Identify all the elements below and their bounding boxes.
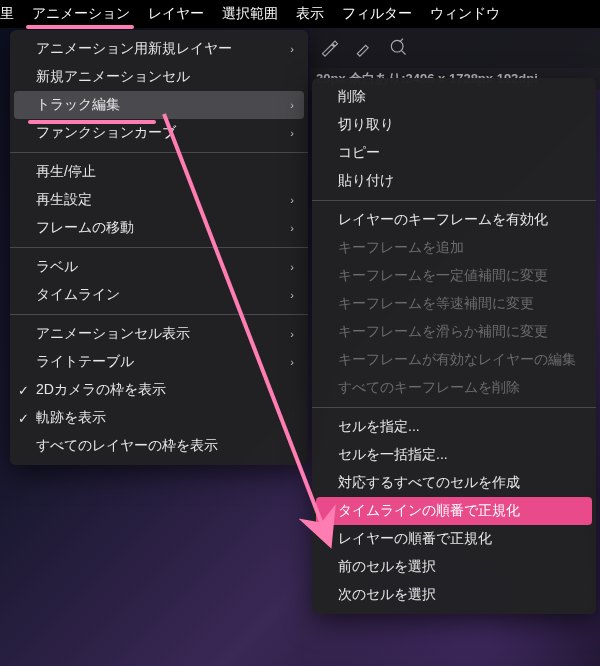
left-menu-item[interactable]: フレームの移動› xyxy=(10,214,308,242)
right-menu-item: キーフレームを等速補間に変更 xyxy=(312,290,596,318)
chevron-right-icon: › xyxy=(290,194,294,206)
right-menu-item: キーフレームを滑らか補間に変更 xyxy=(312,318,596,346)
chevron-right-icon: › xyxy=(290,261,294,273)
right-menu-item[interactable]: レイヤーのキーフレームを有効化 xyxy=(312,206,596,234)
menu-item-label: タイムラインの順番で正規化 xyxy=(338,502,520,520)
left-menu-item[interactable]: トラック編集› xyxy=(14,91,304,119)
tool-icon[interactable] xyxy=(354,37,374,60)
left-menu-item[interactable]: 再生/停止 xyxy=(10,158,308,186)
menu-item-label: アニメーション用新規レイヤー xyxy=(36,40,232,58)
menu-item-label: 貼り付け xyxy=(338,172,394,190)
left-menu-item[interactable]: アニメーションセル表示› xyxy=(10,320,308,348)
menubar: 里 アニメーション レイヤー 選択範囲 表示 フィルター ウィンドウ xyxy=(0,0,600,28)
menu-item-label: レイヤーの順番で正規化 xyxy=(338,530,492,548)
right-menu-item[interactable]: セルを一括指定... xyxy=(312,441,596,469)
menu-item-label: 軌跡を表示 xyxy=(36,409,106,427)
menu-item-label: キーフレームを滑らか補間に変更 xyxy=(338,323,548,341)
right-menu-item[interactable]: コピー xyxy=(312,139,596,167)
right-menu-item[interactable]: レイヤーの順番で正規化 xyxy=(312,525,596,553)
separator xyxy=(312,200,596,201)
right-menu-item[interactable]: 削除 xyxy=(312,83,596,111)
tool-icon[interactable] xyxy=(320,37,340,60)
svg-point-0 xyxy=(391,40,403,52)
separator xyxy=(10,314,308,315)
menu-item-label: 前のセルを選択 xyxy=(338,558,436,576)
menu-item-label: 次のセルを選択 xyxy=(338,586,436,604)
chevron-right-icon: › xyxy=(290,328,294,340)
tool-icon[interactable] xyxy=(388,37,408,60)
annotation-underline-menubar xyxy=(26,25,134,29)
right-menu-item[interactable]: タイムラインの順番で正規化 xyxy=(316,497,592,525)
right-menu-item[interactable]: 貼り付け xyxy=(312,167,596,195)
left-menu-item[interactable]: 再生設定› xyxy=(10,186,308,214)
menu-item-label: 再生設定 xyxy=(36,191,92,209)
menu-item-label: ラベル xyxy=(36,258,78,276)
chevron-right-icon: › xyxy=(290,43,294,55)
right-menu-item[interactable]: セルを指定... xyxy=(312,413,596,441)
menu-item-label: キーフレームを等速補間に変更 xyxy=(338,295,534,313)
left-menu-item[interactable]: ライトテーブル› xyxy=(10,348,308,376)
menubar-item-animation[interactable]: アニメーション xyxy=(32,5,130,23)
left-menu-item[interactable]: 新規アニメーションセル xyxy=(10,63,308,91)
menu-item-label: タイムライン xyxy=(36,286,120,304)
chevron-right-icon: › xyxy=(290,222,294,234)
menu-item-label: 削除 xyxy=(338,88,366,106)
chevron-right-icon: › xyxy=(290,356,294,368)
menubar-item-view[interactable]: 表示 xyxy=(296,5,324,23)
menu-item-label: ファンクションカーブ xyxy=(36,124,176,142)
menubar-item-layer[interactable]: レイヤー xyxy=(148,5,204,23)
menu-item-label: ライトテーブル xyxy=(36,353,134,371)
left-menu-item[interactable]: ラベル› xyxy=(10,253,308,281)
menu-item-label: 2Dカメラの枠を表示 xyxy=(36,381,166,399)
menu-item-label: キーフレームが有効なレイヤーの編集 xyxy=(338,351,576,369)
chevron-right-icon: › xyxy=(290,99,294,111)
menu-item-label: キーフレームを一定値補間に変更 xyxy=(338,267,548,285)
right-menu-item: すべてのキーフレームを削除 xyxy=(312,374,596,402)
menubar-item-truncated[interactable]: 里 xyxy=(0,5,14,23)
menu-item-label: コピー xyxy=(338,144,380,162)
menu-item-label: キーフレームを追加 xyxy=(338,239,464,257)
menu-item-label: セルを一括指定... xyxy=(338,446,448,464)
chevron-right-icon: › xyxy=(290,289,294,301)
right-menu-item[interactable]: 対応するすべてのセルを作成 xyxy=(312,469,596,497)
menubar-item-window[interactable]: ウィンドウ xyxy=(430,5,500,23)
separator xyxy=(312,407,596,408)
left-menu-item[interactable]: すべてのレイヤーの枠を表示 xyxy=(10,432,308,460)
right-menu-item[interactable]: 前のセルを選択 xyxy=(312,553,596,581)
dropdown-animation: アニメーション用新規レイヤー›新規アニメーションセルトラック編集›ファンクション… xyxy=(10,30,308,465)
menu-item-label: 切り取り xyxy=(338,116,394,134)
menu-item-label: 再生/停止 xyxy=(36,163,96,181)
left-menu-item[interactable]: ✓軌跡を表示 xyxy=(10,404,308,432)
menu-item-label: フレームの移動 xyxy=(36,219,134,237)
right-menu-item: キーフレームを追加 xyxy=(312,234,596,262)
left-menu-item[interactable]: アニメーション用新規レイヤー› xyxy=(10,35,308,63)
check-icon: ✓ xyxy=(18,383,29,398)
menubar-item-selection[interactable]: 選択範囲 xyxy=(222,5,278,23)
annotation-underline-track-edit xyxy=(28,120,156,124)
separator xyxy=(10,152,308,153)
right-menu-item: キーフレームを一定値補間に変更 xyxy=(312,262,596,290)
menu-item-label: レイヤーのキーフレームを有効化 xyxy=(338,211,548,229)
left-menu-item[interactable]: タイムライン› xyxy=(10,281,308,309)
separator xyxy=(10,247,308,248)
menu-item-label: アニメーションセル表示 xyxy=(36,325,190,343)
menu-item-label: すべてのキーフレームを削除 xyxy=(338,379,520,397)
left-menu-item[interactable]: ✓2Dカメラの枠を表示 xyxy=(10,376,308,404)
right-menu-item[interactable]: 切り取り xyxy=(312,111,596,139)
check-icon: ✓ xyxy=(18,411,29,426)
menu-item-label: トラック編集 xyxy=(36,96,120,114)
menu-item-label: すべてのレイヤーの枠を表示 xyxy=(36,437,218,455)
menu-item-label: セルを指定... xyxy=(338,418,420,436)
submenu-track-edit: 削除切り取りコピー貼り付けレイヤーのキーフレームを有効化キーフレームを追加キーフ… xyxy=(312,78,596,614)
menu-item-label: 対応するすべてのセルを作成 xyxy=(338,474,520,492)
toolbar xyxy=(310,28,600,68)
right-menu-item[interactable]: 次のセルを選択 xyxy=(312,581,596,609)
menu-item-label: 新規アニメーションセル xyxy=(36,68,190,86)
chevron-right-icon: › xyxy=(290,127,294,139)
right-menu-item: キーフレームが有効なレイヤーの編集 xyxy=(312,346,596,374)
menubar-item-filter[interactable]: フィルター xyxy=(342,5,412,23)
